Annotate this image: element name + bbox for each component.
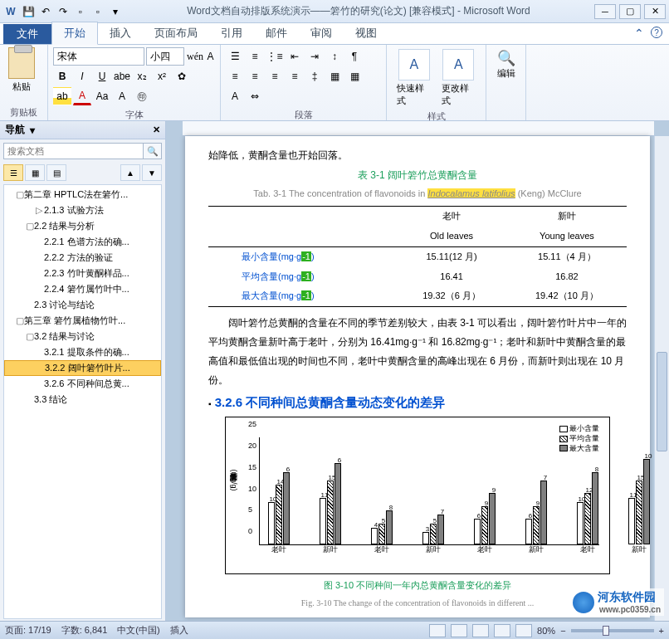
nav-next-icon[interactable]: ▼	[142, 164, 162, 181]
ribbon-minimize-icon[interactable]: ⌃	[634, 27, 644, 40]
align-right-icon[interactable]: ≡	[266, 67, 284, 85]
maximize-button[interactable]: ▢	[619, 4, 641, 19]
decrease-indent-icon[interactable]: ⇤	[286, 47, 304, 66]
horizontal-ruler[interactable]	[183, 121, 654, 136]
nav-tree-item[interactable]: 3.2.1 提取条件的确...	[4, 344, 161, 360]
nav-tree-item[interactable]: 2.2.2 方法的验证	[4, 250, 161, 266]
status-insert-mode[interactable]: 插入	[170, 624, 188, 637]
char-border-icon[interactable]: A	[113, 87, 131, 105]
navigation-pane: 导航▾✕ 🔍 ☰ ▦ ▤ ▲ ▼ ▢第二章 HPTLC法在箬竹...▷2.1.3…	[0, 121, 166, 621]
borders-icon[interactable]: ▦	[345, 67, 364, 85]
show-marks-icon[interactable]: ¶	[345, 47, 364, 66]
sort-icon[interactable]: ↕	[325, 47, 344, 66]
zoom-in-icon[interactable]: +	[659, 626, 664, 636]
nav-dropdown-icon[interactable]: ▾	[30, 124, 35, 136]
clear-format-icon[interactable]: A	[206, 47, 215, 66]
highlight-icon[interactable]: ab	[53, 87, 71, 105]
nav-search-input[interactable]	[3, 143, 144, 159]
nav-tree-item[interactable]: 2.2.3 竹叶黄酮样品...	[4, 266, 161, 281]
paste-button[interactable]: 粘贴	[5, 47, 38, 93]
redo-icon[interactable]: ↷	[56, 4, 71, 19]
italic-button[interactable]: I	[73, 67, 91, 85]
status-language[interactable]: 中文(中国)	[117, 624, 159, 637]
nav-tree-item[interactable]: ▢3.2 结果与讨论	[4, 329, 161, 344]
app-icon[interactable]: W	[3, 4, 18, 19]
multilevel-icon[interactable]: ⋮≡	[266, 47, 284, 66]
home-tab[interactable]: 开始	[51, 22, 98, 45]
close-button[interactable]: ✕	[644, 4, 666, 19]
font-color-icon[interactable]: A	[73, 87, 91, 105]
minimize-button[interactable]: ─	[594, 4, 616, 19]
subscript-button[interactable]: x₂	[133, 67, 151, 85]
numbering-icon[interactable]: ≡	[246, 47, 264, 66]
nav-tree-item[interactable]: ▷2.1.3 试验方法	[4, 202, 161, 218]
zoom-slider[interactable]	[571, 629, 654, 632]
undo-icon[interactable]: ↶	[38, 4, 53, 19]
layout-tab[interactable]: 页面布局	[143, 22, 209, 44]
mailings-tab[interactable]: 邮件	[254, 22, 299, 44]
quick-styles-button[interactable]: A快速样式	[392, 47, 437, 109]
help-icon[interactable]: ?	[651, 27, 662, 38]
file-tab[interactable]: 文件	[3, 24, 51, 44]
superscript-button[interactable]: x²	[153, 67, 171, 85]
scrollbar-thumb[interactable]	[657, 352, 667, 451]
web-view[interactable]	[472, 624, 489, 637]
nav-tree-item[interactable]: ▢第二章 HPTLC法在箬竹...	[4, 187, 161, 202]
bold-button[interactable]: B	[53, 67, 71, 85]
nav-tree-item[interactable]: 3.2.2 阔叶箬竹叶片...	[4, 360, 161, 376]
section-heading: ▪ 3.2.6 不同种间总黄酮含量动态变化的差异	[208, 391, 627, 413]
nav-close-icon[interactable]: ✕	[153, 124, 160, 135]
grow-font-icon[interactable]: wén	[186, 47, 204, 66]
qat-btn[interactable]: ▫	[73, 4, 88, 19]
status-page[interactable]: 页面: 17/19	[5, 624, 51, 637]
nav-results-view[interactable]: ▤	[46, 164, 66, 181]
insert-tab[interactable]: 插入	[98, 22, 143, 44]
nav-tree-item[interactable]: 2.2.1 色谱方法的确...	[4, 234, 161, 250]
nav-tree-item[interactable]: ▢第三章 箬竹属植物竹叶...	[4, 313, 161, 329]
search-icon[interactable]: 🔍	[144, 143, 162, 159]
char-scale-icon[interactable]: Aa	[93, 87, 111, 105]
line-spacing-icon[interactable]: ‡	[305, 67, 324, 85]
vertical-scrollbar[interactable]	[654, 136, 669, 621]
distribute-icon[interactable]: ⇔	[246, 87, 264, 105]
nav-tree-item[interactable]: 2.2.4 箬竹属竹叶中...	[4, 281, 161, 297]
bar-chart: 最小含量 平均含量 最大含量 总黄酮含量 (mg/g) 051015202510…	[225, 417, 610, 574]
nav-prev-icon[interactable]: ▲	[120, 164, 140, 181]
increase-indent-icon[interactable]: ⇥	[305, 47, 324, 66]
align-left-icon[interactable]: ≡	[226, 67, 244, 85]
nav-headings-view[interactable]: ☰	[3, 164, 23, 181]
change-styles-button[interactable]: A更改样式	[437, 47, 481, 109]
zoom-out-icon[interactable]: −	[560, 626, 565, 636]
strike-button[interactable]: abe	[113, 67, 131, 85]
text-effect-icon[interactable]: ✿	[173, 67, 191, 85]
underline-button[interactable]: U	[93, 67, 111, 85]
nav-tree-item[interactable]: 2.3 讨论与结论	[4, 297, 161, 313]
editing-button[interactable]: 🔍编辑	[491, 47, 520, 81]
font-size-select[interactable]	[146, 47, 184, 66]
document-page[interactable]: 始降低，黄酮含量也开始回落。 表 3-1 阔叶箬竹总黄酮含量 Tab. 3-1 …	[185, 136, 650, 617]
enclose-char-icon[interactable]: ㊞	[133, 87, 151, 105]
align-center-icon[interactable]: ≡	[246, 67, 264, 85]
font-name-select[interactable]	[53, 47, 144, 66]
zoom-level[interactable]: 80%	[537, 626, 555, 636]
nav-tree-item[interactable]: ▢2.2 结果与分析	[4, 218, 161, 234]
shading-icon[interactable]: ▦	[325, 67, 344, 85]
figure-caption-cn: 图 3-10 不同种间一年内总黄酮含量变化的差异	[208, 578, 627, 594]
justify-icon[interactable]: ≡	[286, 67, 304, 85]
fullscreen-view[interactable]	[451, 624, 467, 637]
save-icon[interactable]: 💾	[21, 4, 36, 19]
qat-dropdown-icon[interactable]: ▾	[108, 4, 123, 19]
char-shading-icon[interactable]: A	[226, 87, 244, 105]
bullets-icon[interactable]: ☰	[226, 47, 244, 66]
nav-pages-view[interactable]: ▦	[25, 164, 45, 181]
draft-view[interactable]	[515, 624, 532, 637]
status-words[interactable]: 字数: 6,841	[61, 624, 108, 637]
references-tab[interactable]: 引用	[209, 22, 254, 44]
nav-tree-item[interactable]: 3.2.6 不同种间总黄...	[4, 376, 161, 392]
outline-view[interactable]	[494, 624, 510, 637]
view-tab[interactable]: 视图	[344, 22, 388, 44]
review-tab[interactable]: 审阅	[299, 22, 344, 44]
nav-tree-item[interactable]: 3.3 结论	[4, 392, 161, 407]
print-layout-view[interactable]	[429, 624, 446, 637]
qat-btn[interactable]: ▫	[90, 4, 105, 19]
